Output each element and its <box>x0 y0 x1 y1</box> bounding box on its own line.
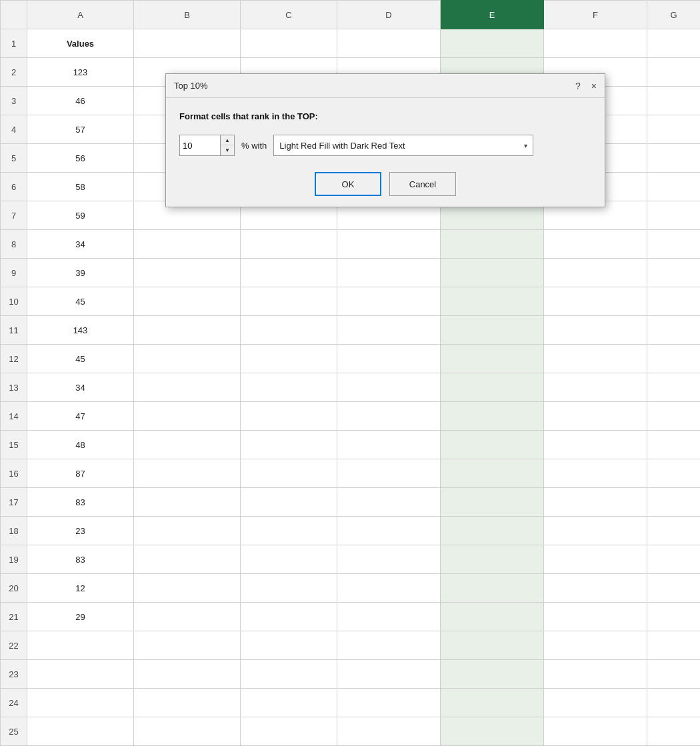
cell-e[interactable] <box>441 717 544 746</box>
cell-a[interactable] <box>27 689 134 717</box>
cell-e[interactable] <box>441 373 544 402</box>
cell-b[interactable] <box>134 316 241 345</box>
help-button[interactable]: ? <box>575 81 581 91</box>
cell-g[interactable] <box>647 402 701 431</box>
cell-a[interactable]: 83 <box>27 488 134 517</box>
cell-d[interactable] <box>337 230 441 259</box>
cell-b[interactable] <box>134 459 241 488</box>
cell-b[interactable] <box>134 259 241 287</box>
ok-button[interactable]: OK <box>315 172 381 196</box>
cell-c[interactable] <box>241 459 337 488</box>
cell-b[interactable] <box>134 717 241 746</box>
cell-d[interactable] <box>337 574 441 603</box>
cell-b[interactable] <box>134 402 241 431</box>
cell-b[interactable] <box>134 574 241 603</box>
cell-e[interactable] <box>441 230 544 259</box>
cell-e[interactable] <box>441 603 544 631</box>
cell-c[interactable] <box>241 259 337 287</box>
cell-a[interactable]: 34 <box>27 373 134 402</box>
cell-g[interactable] <box>647 517 701 545</box>
cancel-button[interactable]: Cancel <box>389 172 456 196</box>
cell-g[interactable] <box>647 717 701 746</box>
cell-e[interactable] <box>441 631 544 660</box>
cell-a[interactable] <box>27 631 134 660</box>
cell-b[interactable] <box>134 373 241 402</box>
cell-g[interactable] <box>647 87 701 115</box>
cell-e[interactable] <box>441 488 544 517</box>
cell-d[interactable] <box>337 259 441 287</box>
cell-c[interactable] <box>241 373 337 402</box>
cell-a[interactable]: 56 <box>27 144 134 173</box>
cell-g[interactable] <box>647 29 701 58</box>
cell-g[interactable] <box>647 259 701 287</box>
format-select-dropdown[interactable]: Light Red Fill with Dark Red Text ▾ <box>273 135 533 156</box>
close-button[interactable]: × <box>591 81 597 91</box>
cell-a[interactable]: Values <box>27 29 134 58</box>
spinner-up-button[interactable]: ▲ <box>221 135 234 145</box>
cell-f[interactable] <box>544 345 647 373</box>
cell-b[interactable] <box>134 689 241 717</box>
cell-c[interactable] <box>241 574 337 603</box>
cell-g[interactable] <box>647 373 701 402</box>
cell-a[interactable]: 46 <box>27 87 134 115</box>
cell-f[interactable] <box>544 603 647 631</box>
cell-d[interactable] <box>337 517 441 545</box>
cell-a[interactable]: 45 <box>27 345 134 373</box>
cell-g[interactable] <box>647 316 701 345</box>
cell-g[interactable] <box>647 631 701 660</box>
cell-g[interactable] <box>647 603 701 631</box>
cell-c[interactable] <box>241 689 337 717</box>
cell-d[interactable] <box>337 316 441 345</box>
cell-d[interactable] <box>337 631 441 660</box>
cell-b[interactable] <box>134 29 241 58</box>
cell-d[interactable] <box>337 689 441 717</box>
cell-g[interactable] <box>647 574 701 603</box>
cell-c[interactable] <box>241 230 337 259</box>
cell-a[interactable]: 12 <box>27 574 134 603</box>
cell-f[interactable] <box>544 689 647 717</box>
cell-a[interactable]: 34 <box>27 230 134 259</box>
cell-a[interactable]: 29 <box>27 603 134 631</box>
cell-a[interactable]: 23 <box>27 517 134 545</box>
cell-c[interactable] <box>241 402 337 431</box>
cell-c[interactable] <box>241 517 337 545</box>
cell-a[interactable]: 143 <box>27 316 134 345</box>
cell-a[interactable] <box>27 660 134 689</box>
cell-g[interactable] <box>647 459 701 488</box>
cell-g[interactable] <box>647 58 701 87</box>
cell-g[interactable] <box>647 660 701 689</box>
cell-f[interactable] <box>544 545 647 574</box>
cell-b[interactable] <box>134 230 241 259</box>
cell-a[interactable]: 58 <box>27 173 134 201</box>
cell-c[interactable] <box>241 717 337 746</box>
cell-b[interactable] <box>134 660 241 689</box>
cell-a[interactable]: 123 <box>27 58 134 87</box>
spinner-input[interactable] <box>180 135 220 155</box>
cell-g[interactable] <box>647 689 701 717</box>
cell-d[interactable] <box>337 545 441 574</box>
cell-c[interactable] <box>241 603 337 631</box>
cell-f[interactable] <box>544 431 647 459</box>
cell-c[interactable] <box>241 316 337 345</box>
cell-f[interactable] <box>544 488 647 517</box>
cell-c[interactable] <box>241 545 337 574</box>
cell-a[interactable]: 87 <box>27 459 134 488</box>
cell-d[interactable] <box>337 717 441 746</box>
cell-a[interactable]: 59 <box>27 201 134 230</box>
cell-g[interactable] <box>647 201 701 230</box>
cell-a[interactable]: 45 <box>27 287 134 316</box>
cell-d[interactable] <box>337 345 441 373</box>
cell-f[interactable] <box>544 316 647 345</box>
cell-f[interactable] <box>544 287 647 316</box>
cell-a[interactable]: 48 <box>27 431 134 459</box>
cell-f[interactable] <box>544 717 647 746</box>
cell-a[interactable]: 47 <box>27 402 134 431</box>
cell-c[interactable] <box>241 287 337 316</box>
cell-f[interactable] <box>544 660 647 689</box>
cell-g[interactable] <box>647 173 701 201</box>
cell-d[interactable] <box>337 29 441 58</box>
cell-e[interactable] <box>441 574 544 603</box>
cell-d[interactable] <box>337 603 441 631</box>
cell-f[interactable] <box>544 230 647 259</box>
cell-d[interactable] <box>337 402 441 431</box>
